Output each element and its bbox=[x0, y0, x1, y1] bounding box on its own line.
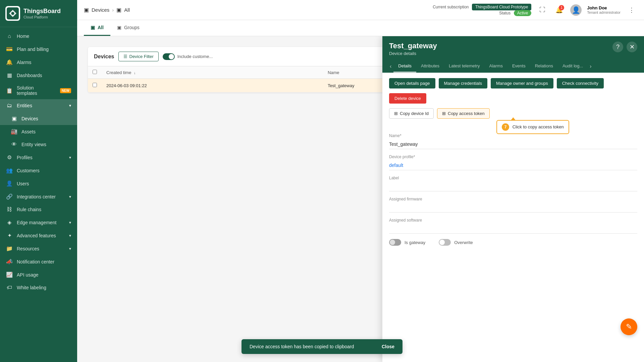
overwrite-switch[interactable] bbox=[439, 239, 451, 246]
edge-icon: ◈ bbox=[6, 219, 13, 226]
sidebar-item-alarms[interactable]: 🔔 Alarms bbox=[0, 56, 77, 69]
sidebar-item-entities[interactable]: 🗂 Entities ▾ bbox=[0, 99, 77, 112]
tab-next-arrow[interactable]: › bbox=[588, 61, 593, 72]
callout-7-arrow bbox=[511, 117, 516, 121]
sidebar-item-edge-management[interactable]: ◈ Edge management ▾ bbox=[0, 216, 77, 229]
integrations-chevron: ▾ bbox=[69, 194, 71, 199]
close-button[interactable]: ✕ bbox=[627, 42, 637, 52]
tab-audit-log[interactable]: Audit log... bbox=[558, 60, 588, 72]
manage-owner-button[interactable]: Manage owner and groups bbox=[491, 78, 553, 88]
detail-header: Test_gateway Device details ? ✕ bbox=[382, 36, 644, 60]
copy-access-token-button[interactable]: ⊞ Copy access token bbox=[437, 108, 490, 119]
template-icon: 📋 bbox=[6, 87, 13, 94]
user-role: Tenant administrator bbox=[587, 10, 621, 14]
logo-icon bbox=[5, 6, 20, 21]
users-icon: 👤 bbox=[6, 180, 13, 187]
software-value bbox=[389, 224, 637, 234]
sidebar-item-users[interactable]: 👤 Users bbox=[0, 177, 77, 190]
select-all-checkbox[interactable] bbox=[93, 70, 97, 74]
tab-prev-arrow[interactable]: ‹ bbox=[388, 61, 393, 72]
topbar-right: Current subscription ThingsBoard Cloud P… bbox=[433, 4, 637, 16]
device-profile-link[interactable]: default bbox=[389, 163, 403, 168]
sidebar-item-devices[interactable]: ▣ Devices bbox=[0, 112, 77, 125]
tab-alarms[interactable]: Alarms bbox=[485, 60, 507, 72]
sidebar-item-white-labeling[interactable]: 🏷 White labeling bbox=[0, 281, 77, 294]
logo-sub: Cloud Platform bbox=[23, 15, 61, 19]
fullscreen-icon: ⛶ bbox=[539, 6, 545, 13]
white-label-icon: 🏷 bbox=[6, 285, 13, 291]
breadcrumb-devices[interactable]: Devices bbox=[92, 7, 109, 13]
profiles-chevron: ▾ bbox=[69, 155, 71, 160]
tab-groups[interactable]: ▣ Groups bbox=[110, 20, 146, 36]
sidebar-item-customers[interactable]: 👥 Customers bbox=[0, 164, 77, 177]
sort-icon: ↓ bbox=[134, 71, 136, 75]
sidebar: ThingsBoard Cloud Platform ⌂ Home 💳 Plan… bbox=[0, 0, 77, 362]
sidebar-item-advanced-features[interactable]: ✦ Advanced features ▾ bbox=[0, 229, 77, 242]
is-gateway-label: Is gateway bbox=[405, 240, 425, 245]
is-gateway-switch[interactable] bbox=[389, 239, 401, 246]
edit-icon: ✎ bbox=[626, 322, 632, 331]
overwrite-label: Overwrite bbox=[454, 240, 473, 245]
tab-latest-telemetry[interactable]: Latest telemetry bbox=[444, 60, 485, 72]
integrations-icon: 🔗 bbox=[6, 193, 13, 200]
notification-icon: 📣 bbox=[6, 258, 13, 265]
sidebar-item-integrations[interactable]: 🔗 Integrations center ▾ bbox=[0, 190, 77, 203]
tab-relations[interactable]: Relations bbox=[530, 60, 558, 72]
gateway-row: Is gateway Overwrite bbox=[389, 239, 637, 246]
tab-all[interactable]: ▣ All bbox=[84, 20, 110, 36]
check-connectivity-button[interactable]: Check connectivity bbox=[557, 78, 604, 88]
toast-message: Device access token has been copied to c… bbox=[250, 344, 354, 349]
device-profile-value: default bbox=[389, 161, 637, 170]
sidebar-item-rule-chains[interactable]: ⛓ Rule chains bbox=[0, 203, 77, 216]
all-tab-icon: ▣ bbox=[91, 25, 95, 30]
callout-7-text: Click to copy access token bbox=[513, 124, 564, 129]
delete-device-button[interactable]: Delete device bbox=[389, 93, 426, 104]
sidebar-item-solution-templates[interactable]: 📋 Solution templates NEW bbox=[0, 82, 77, 99]
copy-token-icon: ⊞ bbox=[442, 111, 446, 116]
advanced-chevron: ▾ bbox=[69, 233, 71, 238]
help-button[interactable]: ? bbox=[612, 42, 623, 52]
toast-close-button[interactable]: Close bbox=[382, 344, 394, 349]
copy-device-id-button[interactable]: ⊞ Copy device Id bbox=[389, 108, 434, 119]
entity-views-icon: 👁 bbox=[11, 141, 17, 147]
breadcrumb-all[interactable]: All bbox=[124, 7, 130, 13]
sidebar-item-notification-center[interactable]: 📣 Notification center bbox=[0, 255, 77, 268]
sidebar-nav: ⌂ Home 💳 Plan and billing 🔔 Alarms ▦ Das… bbox=[0, 27, 77, 362]
sidebar-item-home[interactable]: ⌂ Home bbox=[0, 30, 77, 43]
field-software: Assigned software bbox=[389, 218, 637, 234]
plan-icon: 💳 bbox=[6, 46, 13, 52]
dashboard-icon: ▦ bbox=[6, 72, 13, 78]
sidebar-item-resources[interactable]: 📁 Resources ▾ bbox=[0, 242, 77, 255]
new-badge: NEW bbox=[60, 88, 71, 93]
manage-credentials-button[interactable]: Manage credentials bbox=[439, 78, 487, 88]
include-customer-switch[interactable] bbox=[163, 53, 175, 60]
edit-fab-button[interactable]: ✎ bbox=[621, 318, 637, 335]
content-area: Devices ☰ Device Filter Include custome.… bbox=[77, 36, 644, 362]
open-details-page-button[interactable]: Open details page bbox=[389, 78, 435, 88]
breadcrumb-devices-icon: ▣ bbox=[84, 7, 89, 13]
device-filter-button[interactable]: ☰ Device Filter bbox=[118, 52, 159, 61]
breadcrumb-all-icon: ▣ bbox=[116, 7, 121, 13]
field-device-profile: Device profile* default bbox=[389, 155, 637, 170]
sidebar-item-dashboards[interactable]: ▦ Dashboards bbox=[0, 69, 77, 82]
tab-details[interactable]: Details bbox=[393, 60, 416, 72]
row-checkbox[interactable] bbox=[93, 83, 97, 87]
more-options-button[interactable]: ⋮ bbox=[626, 4, 637, 16]
subscription-info: Current subscription ThingsBoard Cloud P… bbox=[433, 5, 531, 15]
tab-attributes[interactable]: Attributes bbox=[416, 60, 444, 72]
sidebar-item-plan-billing[interactable]: 💳 Plan and billing bbox=[0, 43, 77, 56]
notifications-button[interactable]: 🔔 1 bbox=[553, 4, 565, 16]
filter-icon: ☰ bbox=[123, 54, 127, 59]
tab-events[interactable]: Events bbox=[507, 60, 530, 72]
sidebar-item-api-usage[interactable]: 📈 API usage bbox=[0, 268, 77, 281]
overwrite-toggle: Overwrite bbox=[439, 239, 473, 246]
fullscreen-button[interactable]: ⛶ bbox=[537, 4, 548, 16]
alarm-icon: 🔔 bbox=[6, 59, 13, 65]
include-customer-toggle: Include custome... bbox=[163, 53, 213, 60]
sidebar-item-entity-views[interactable]: 👁 Entity views bbox=[0, 138, 77, 151]
sidebar-item-profiles[interactable]: ⚙ Profiles ▾ bbox=[0, 151, 77, 164]
sidebar-item-assets[interactable]: 🏭 Assets bbox=[0, 125, 77, 138]
main-container: ▣ Devices › ▣ All Current subscription T… bbox=[77, 0, 644, 362]
logo-text: ThingsBoard bbox=[23, 8, 61, 15]
groups-tab-icon: ▣ bbox=[117, 25, 121, 30]
